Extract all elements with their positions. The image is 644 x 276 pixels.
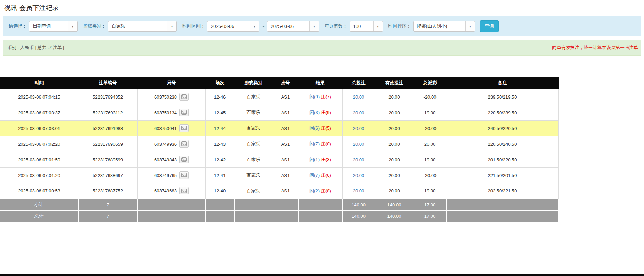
footer-cell	[446, 210, 559, 222]
cell-valid-bet: 20.00	[375, 121, 414, 136]
result-player: 闲(6)	[309, 125, 320, 131]
cell-bet-id: 522317694352	[78, 89, 138, 105]
round-number: 603749843	[154, 157, 177, 162]
search-button[interactable]: 查询	[480, 20, 499, 32]
sort-order-label: 时间排序：	[388, 23, 411, 29]
cell-bet-id: 522317688697	[78, 168, 138, 183]
cell-session: 12-43	[206, 136, 234, 152]
column-header: 局号	[138, 77, 206, 89]
footer-cell	[298, 199, 343, 210]
column-header: 备注	[446, 77, 559, 89]
date-type-value: 日期查询	[29, 21, 68, 31]
cell-game-type: 百家乐	[234, 89, 273, 105]
round-replay-icon[interactable]	[179, 140, 189, 147]
cell-payout: -20.00	[414, 121, 446, 136]
page-size-select[interactable]: 100 ▾	[350, 21, 383, 32]
result-player: 闲(2)	[309, 188, 320, 193]
footer-cell: 小计	[0, 199, 78, 210]
result-player: 闲(7)	[309, 141, 320, 146]
filter-bar: 请选择： 日期查询 ▾ 游戏类别： 百家乐 ▾ 时间区间： 2025-03-06…	[3, 16, 641, 36]
total-bet-link[interactable]: 20.00	[353, 126, 364, 131]
cell-note: 240.50/220.50	[446, 121, 559, 136]
cell-table-no: AS1	[273, 168, 298, 183]
table-row: 2025-03-06 07:01:20522317688697603749765…	[0, 168, 559, 183]
footer-cell: 7	[78, 210, 138, 222]
footer-cell	[298, 210, 343, 222]
cell-time: 2025-03-06 07:04:15	[0, 89, 78, 105]
table-header-row: 时间注单编号局号场次游戏类别桌号结果总投注有效投注总派彩备注	[0, 77, 559, 89]
sort-order-select[interactable]: 降幂(由大到小) ▾	[413, 21, 475, 32]
cell-payout: 20.00	[414, 136, 446, 152]
cell-total-bet: 20.00	[343, 121, 375, 136]
cell-bet-id: 522317687752	[78, 183, 138, 199]
round-replay-icon[interactable]	[179, 124, 189, 132]
result-banker: 庄(7)	[321, 94, 331, 99]
cell-note: 220.50/240.50	[446, 136, 559, 152]
cell-valid-bet: 20.00	[375, 105, 414, 121]
summary-bar: 币别 : 人民币 | 总共 :7 注单 | 同局有效投注，统一计算在该局第一张注…	[3, 40, 641, 56]
table-body: 2025-03-06 07:04:15522317694352603750238…	[0, 89, 559, 199]
game-type-select[interactable]: 百家乐 ▾	[108, 21, 177, 32]
cell-session: 12-45	[206, 105, 234, 121]
result-banker: 庄(0)	[321, 141, 331, 146]
date-type-select[interactable]: 日期查询 ▾	[29, 21, 78, 32]
round-number: 603749765	[154, 173, 177, 178]
page-size-value: 100	[350, 21, 373, 31]
bet-records-table: 时间注单编号局号场次游戏类别桌号结果总投注有效投注总派彩备注 2025-03-0…	[0, 77, 559, 222]
footer-cell	[234, 210, 273, 222]
date-to-input[interactable]: 2025-03-06 ▾	[267, 21, 319, 32]
cell-time: 2025-03-06 07:01:20	[0, 168, 78, 183]
result-banker: 庄(3)	[321, 157, 331, 162]
total-bet-link[interactable]: 20.00	[353, 94, 364, 100]
total-bet-link[interactable]: 20.00	[353, 141, 364, 147]
cell-payout: 19.00	[414, 152, 446, 168]
footer-cell: 17.00	[414, 210, 446, 222]
cell-total-bet: 20.00	[343, 89, 375, 105]
cell-result: 闲(9)庄(7)	[298, 89, 343, 105]
cell-table-no: AS1	[273, 121, 298, 136]
total-bet-link[interactable]: 20.00	[353, 157, 364, 162]
result-banker: 庄(8)	[321, 188, 331, 193]
round-replay-icon[interactable]	[179, 171, 189, 179]
cell-payout: 19.00	[414, 183, 446, 199]
column-header: 场次	[206, 77, 234, 89]
cell-time: 2025-03-06 07:03:01	[0, 121, 78, 136]
date-from-input[interactable]: 2025-03-06 ▾	[207, 21, 259, 32]
total-bet-link[interactable]: 20.00	[353, 173, 364, 178]
cell-valid-bet: 20.00	[375, 89, 414, 105]
cell-bet-id: 522317690659	[78, 136, 138, 152]
subtotal-row: 小计7140.00140.0017.00	[0, 199, 559, 210]
footer-cell: 总计	[0, 210, 78, 222]
table-row: 2025-03-06 07:00:53522317687752603749683…	[0, 183, 559, 199]
cell-round: 603750238	[138, 89, 206, 105]
table-row: 2025-03-06 07:03:37522317693112603750134…	[0, 105, 559, 121]
footer-cell: 7	[78, 199, 138, 210]
cell-bet-id: 522317689599	[78, 152, 138, 168]
cell-table-no: AS1	[273, 105, 298, 121]
table-row: 2025-03-06 07:03:01522317691988603750041…	[0, 121, 559, 136]
cell-game-type: 百家乐	[234, 136, 273, 152]
total-bet-link[interactable]: 20.00	[353, 188, 364, 193]
result-player: 闲(7)	[309, 172, 320, 178]
cell-game-type: 百家乐	[234, 168, 273, 183]
round-replay-icon[interactable]	[179, 187, 189, 194]
page-size-label: 每页笔数：	[325, 23, 347, 29]
footer-cell	[206, 199, 234, 210]
cell-bet-id: 522317691988	[78, 121, 138, 136]
cell-result: 闲(6)庄(5)	[298, 121, 343, 136]
total-bet-link[interactable]: 20.00	[353, 110, 364, 115]
column-header: 桌号	[273, 77, 298, 89]
cell-result: 闲(1)庄(3)	[298, 152, 343, 168]
column-header: 有效投注	[375, 77, 414, 89]
result-player: 闲(3)	[309, 110, 320, 115]
footer-cell: 140.00	[375, 199, 414, 210]
cell-table-no: AS1	[273, 89, 298, 105]
game-type-value: 百家乐	[108, 21, 167, 31]
footer-cell	[206, 210, 234, 222]
round-replay-icon[interactable]	[179, 109, 189, 116]
round-replay-icon[interactable]	[179, 93, 189, 100]
cell-payout: 19.00	[414, 105, 446, 121]
chevron-down-icon: ▾	[68, 21, 77, 31]
round-replay-icon[interactable]	[179, 156, 189, 163]
page: 视讯 会员下注纪录 请选择： 日期查询 ▾ 游戏类别： 百家乐 ▾ 时间区间： …	[0, 0, 644, 276]
